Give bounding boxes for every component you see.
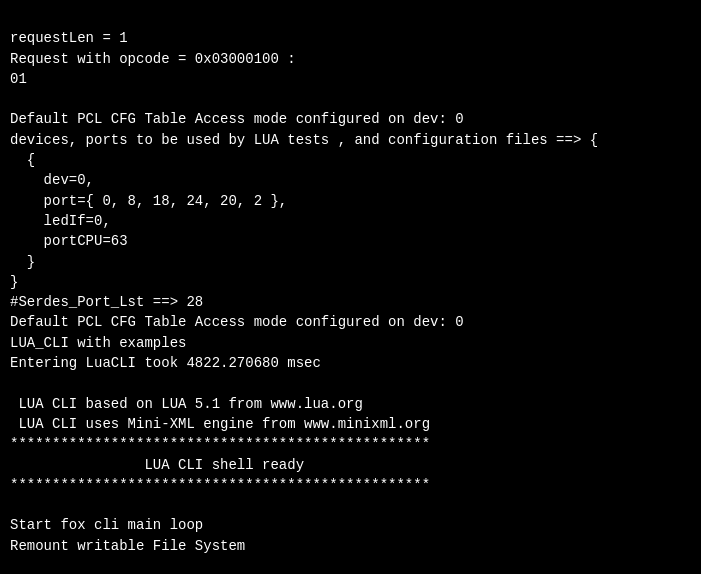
terminal-line xyxy=(10,556,691,574)
terminal-line: { xyxy=(10,150,691,170)
terminal-line: LUA CLI based on LUA 5.1 from www.lua.or… xyxy=(10,394,691,414)
terminal-line: dev=0, xyxy=(10,170,691,190)
terminal-line: Start fox cli main loop xyxy=(10,515,691,535)
terminal-line: ledIf=0, xyxy=(10,211,691,231)
terminal-line: port={ 0, 8, 18, 24, 20, 2 }, xyxy=(10,191,691,211)
terminal-line xyxy=(10,495,691,515)
terminal-line: } xyxy=(10,252,691,272)
terminal-line: devices, ports to be used by LUA tests ,… xyxy=(10,130,691,150)
terminal-line: LUA_CLI with examples xyxy=(10,333,691,353)
terminal-line: 01 xyxy=(10,69,691,89)
terminal-line: Default PCL CFG Table Access mode config… xyxy=(10,312,691,332)
terminal-line xyxy=(10,373,691,393)
terminal-line: Entering LuaCLI took 4822.270680 msec xyxy=(10,353,691,373)
terminal-line xyxy=(10,89,691,109)
terminal-line: } xyxy=(10,272,691,292)
terminal-line: requestLen = 1 xyxy=(10,28,691,48)
terminal-line: ****************************************… xyxy=(10,475,691,495)
terminal-line: LUA CLI shell ready xyxy=(10,455,691,475)
terminal-line: LUA CLI uses Mini-XML engine from www.mi… xyxy=(10,414,691,434)
terminal-line: #Serdes_Port_Lst ==> 28 xyxy=(10,292,691,312)
terminal-line: Remount writable File System xyxy=(10,536,691,556)
terminal-line: Request with opcode = 0x03000100 : xyxy=(10,49,691,69)
terminal-line: portCPU=63 xyxy=(10,231,691,251)
terminal-window[interactable]: requestLen = 1Request with opcode = 0x03… xyxy=(0,0,701,574)
terminal-line: Default PCL CFG Table Access mode config… xyxy=(10,109,691,129)
terminal-line: ****************************************… xyxy=(10,434,691,454)
